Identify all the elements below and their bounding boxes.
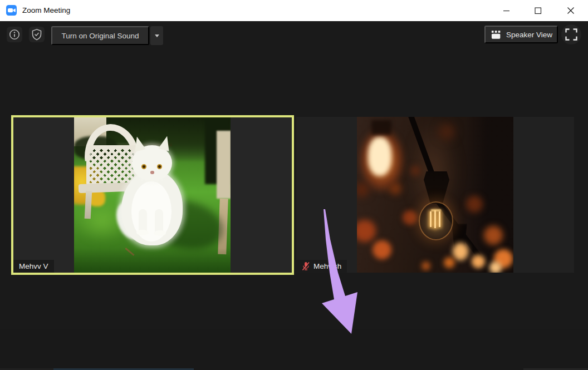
titlebar: Zoom Meeting bbox=[0, 0, 588, 21]
participant-name-label: Mehvv V bbox=[13, 260, 54, 273]
participant-name-label: Mehvish bbox=[296, 260, 347, 273]
participant-tile-mehvish[interactable]: Mehvish bbox=[296, 117, 574, 273]
minimize-icon bbox=[503, 7, 510, 14]
info-icon bbox=[8, 28, 21, 41]
fullscreen-button[interactable] bbox=[561, 24, 581, 45]
mute-indicator-icon bbox=[302, 262, 310, 271]
minimize-button[interactable] bbox=[494, 0, 518, 21]
speaker-view-label: Speaker View bbox=[506, 31, 552, 39]
meeting-toolbar: Unmute Start Video Security 2 Participan… bbox=[0, 329, 588, 370]
close-button[interactable] bbox=[558, 0, 583, 21]
close-icon bbox=[567, 7, 575, 14]
bulb-video-feed bbox=[357, 117, 513, 273]
participant-name: Mehvv V bbox=[19, 262, 48, 270]
original-sound-dropdown[interactable] bbox=[150, 26, 163, 45]
speaker-view-grid-icon bbox=[491, 29, 502, 40]
encryption-shield-button[interactable] bbox=[29, 27, 45, 42]
zoom-meeting-window: { "window": { "title": "Zoom Meeting" },… bbox=[0, 0, 588, 370]
cat-video-feed bbox=[74, 117, 231, 273]
fullscreen-icon bbox=[565, 28, 578, 41]
shield-check-icon bbox=[31, 28, 43, 41]
original-sound-button[interactable]: Turn on Original Sound bbox=[51, 26, 149, 45]
meeting-info-button[interactable] bbox=[7, 27, 22, 42]
light-bulb bbox=[419, 201, 453, 240]
caret-down-icon bbox=[155, 34, 159, 37]
speaker-view-button[interactable]: Speaker View bbox=[484, 26, 558, 43]
maximize-icon bbox=[535, 7, 542, 14]
maximize-button[interactable] bbox=[526, 0, 550, 21]
window-title: Zoom Meeting bbox=[22, 6, 70, 14]
zoom-logo bbox=[6, 5, 17, 16]
participant-name: Mehvish bbox=[313, 262, 341, 270]
participant-tile-mehvv[interactable]: Mehvv V bbox=[11, 115, 294, 275]
